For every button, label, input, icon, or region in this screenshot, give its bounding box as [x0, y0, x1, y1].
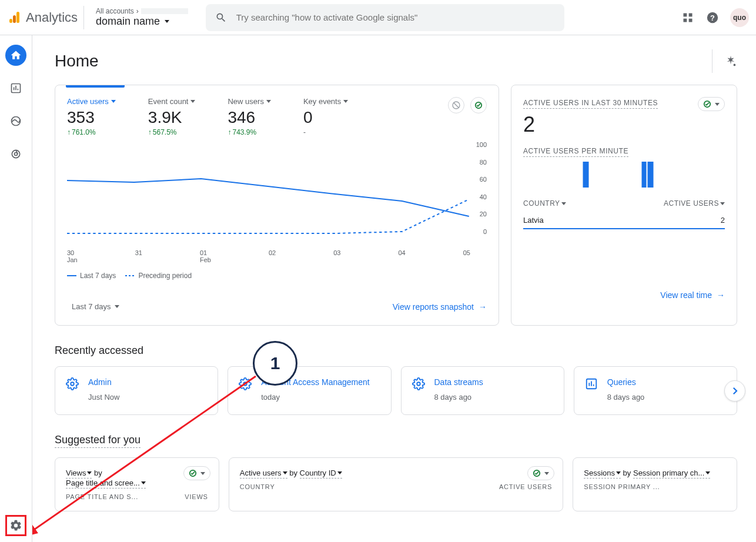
metric-active-users[interactable]: Active users353↑761.0%	[67, 97, 116, 136]
suggested-title: Sessions by Session primary ch...	[584, 469, 726, 479]
quality-menu[interactable]	[527, 466, 554, 480]
suggested-card[interactable]: Sessions by Session primary ch...SESSION…	[573, 457, 737, 511]
app-header: Analytics All accounts › domain name ? q…	[0, 0, 756, 35]
search-input[interactable]	[236, 12, 555, 22]
svg-point-14	[12, 150, 19, 158]
quality-badge-icon[interactable]	[470, 97, 487, 113]
avatar[interactable]: quo	[730, 8, 749, 27]
search-bar[interactable]	[206, 4, 564, 31]
nav-advertising[interactable]	[5, 143, 26, 165]
recent-time: Just Now	[88, 393, 119, 402]
suggested-card[interactable]: Active users by Country IDCOUNTRYACTIVE …	[229, 457, 564, 511]
recent-title: Admin	[88, 377, 119, 387]
chart-legend: Last 7 days Preceding period	[67, 272, 487, 280]
realtime-sub: ACTIVE USERS PER MINUTE	[523, 147, 628, 157]
chart-icon	[585, 377, 598, 402]
help-icon[interactable]: ?	[705, 11, 720, 25]
svg-point-17	[734, 64, 736, 66]
breadcrumb-text: All accounts	[96, 7, 134, 15]
nav-home[interactable]	[5, 45, 26, 66]
view-reports-link[interactable]: View reports snapshot →	[393, 302, 487, 312]
gear-icon	[412, 377, 425, 402]
svg-point-25	[71, 382, 74, 386]
svg-rect-4	[689, 13, 693, 16]
property-label: domain name	[96, 15, 160, 28]
main-content: Home Active users353↑761.0%Event count3.…	[32, 35, 756, 542]
avatar-text: quo	[733, 14, 746, 22]
breadcrumb-blank	[141, 8, 188, 14]
col-country[interactable]: COUNTRY	[523, 199, 566, 208]
svg-line-19	[454, 103, 459, 108]
breadcrumb: All accounts ›	[96, 7, 188, 15]
realtime-card: ACTIVE USERS IN LAST 30 MINUTES 2 ACTIVE…	[511, 85, 737, 326]
svg-text:?: ?	[710, 13, 715, 22]
quality-menu[interactable]	[183, 466, 210, 480]
recent-time: 8 days ago	[434, 393, 483, 402]
page-title: Home	[55, 52, 99, 71]
recently-row: AdminJust NowAccount Access Managementto…	[55, 366, 737, 415]
gear-icon	[66, 377, 79, 402]
metrics-row: Active users353↑761.0%Event count3.9K↑56…	[67, 97, 487, 136]
svg-rect-1	[13, 15, 16, 23]
recently-heading: Recently accessed	[55, 344, 737, 357]
scroll-right-button[interactable]	[724, 380, 745, 402]
apps-icon[interactable]	[681, 11, 695, 25]
col-active-users[interactable]: ACTIVE USERS	[664, 199, 725, 208]
realtime-count: 2	[523, 112, 725, 137]
svg-rect-3	[684, 13, 687, 16]
recent-card[interactable]: Queries8 days ago	[574, 366, 737, 415]
recent-card[interactable]: AdminJust Now	[55, 366, 218, 415]
chevron-down-icon	[715, 103, 720, 106]
gear-icon	[239, 377, 252, 402]
nav-admin[interactable]	[5, 515, 26, 536]
suggested-heading: Suggested for you	[55, 434, 737, 448]
recent-time: today	[261, 393, 369, 402]
date-range-selector[interactable]: Last 7 days	[67, 300, 124, 313]
svg-rect-2	[16, 12, 19, 23]
active-metric-indicator	[66, 85, 125, 88]
suggested-cols: COUNTRYACTIVE USERS	[240, 483, 553, 490]
metric-new-users[interactable]: New users346↑743.9%	[228, 97, 270, 136]
metric-key-events[interactable]: Key events0-	[303, 97, 348, 136]
recent-card[interactable]: Account Access Managementtoday	[228, 366, 391, 415]
recent-time: 8 days ago	[607, 393, 645, 402]
property-name: domain name	[96, 15, 188, 28]
realtime-title: ACTIVE USERS IN LAST 30 MINUTES	[523, 99, 658, 109]
realtime-row-value: 2	[721, 216, 725, 225]
realtime-table-header: COUNTRY ACTIVE USERS	[523, 196, 725, 211]
property-selector[interactable]: All accounts › domain name	[89, 7, 195, 28]
view-realtime-link[interactable]: View real time →	[660, 290, 725, 300]
realtime-quality-menu[interactable]	[698, 97, 725, 111]
insights-icon[interactable]	[712, 49, 737, 73]
recent-card[interactable]: Data streams8 days ago	[401, 366, 564, 415]
suggested-cols: PAGE TITLE AND S...VIEWS	[66, 493, 208, 500]
svg-marker-16	[727, 56, 735, 65]
realtime-row: Latvia 2	[523, 211, 725, 229]
recent-title: Account Access Management	[261, 377, 369, 387]
header-actions: ? quo	[681, 8, 749, 27]
legend-current: Last 7 days	[80, 272, 116, 280]
suggested-cols: SESSION PRIMARY ...	[584, 483, 726, 490]
suggested-card[interactable]: Views by Page title and scree...PAGE TIT…	[55, 457, 219, 511]
chevron-down-icon	[115, 305, 119, 308]
legend-prev: Preceding period	[138, 272, 192, 280]
svg-rect-5	[684, 18, 687, 22]
svg-point-26	[244, 382, 247, 386]
sidebar	[0, 35, 32, 542]
svg-point-27	[417, 382, 420, 386]
realtime-bar-chart	[523, 162, 725, 188]
search-icon	[215, 12, 227, 24]
chart-x-axis: 30Jan3101Feb02030405	[67, 249, 487, 263]
nav-reports[interactable]	[5, 78, 26, 99]
nav-explore[interactable]	[5, 111, 26, 132]
brand-block: Analytics	[7, 6, 84, 29]
svg-rect-6	[689, 18, 693, 22]
arrow-right-icon: →	[717, 290, 725, 300]
overview-card: Active users353↑761.0%Event count3.9K↑56…	[55, 85, 499, 326]
metric-event-count[interactable]: Event count3.9K↑567.5%	[148, 97, 196, 136]
chevron-down-icon	[165, 20, 169, 23]
svg-rect-0	[9, 19, 12, 23]
privacy-badge-icon[interactable]	[448, 97, 464, 113]
svg-rect-23	[642, 162, 647, 188]
view-realtime-label: View real time	[660, 290, 712, 300]
